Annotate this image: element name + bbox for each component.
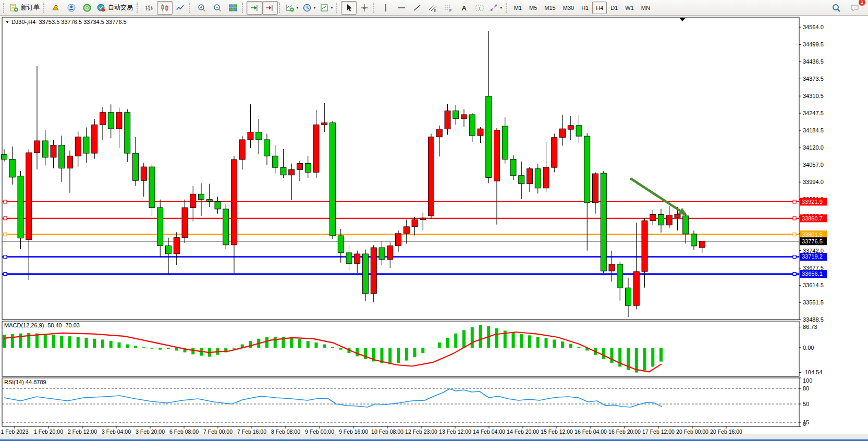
toolbar-grip [189, 3, 192, 13]
periods-button[interactable]: ▼ [301, 1, 318, 15]
candle [502, 126, 508, 160]
price-axis-label: 34436.5 [803, 58, 824, 65]
news-button[interactable] [79, 1, 95, 15]
macd-panel[interactable] [2, 321, 799, 376]
macd-histogram-bar [11, 334, 14, 348]
macd-histogram-bar [413, 348, 417, 357]
level-anchor-handle[interactable] [4, 200, 7, 203]
timeframe-h1-button[interactable]: H1 [578, 2, 592, 14]
template-icon [320, 3, 329, 13]
candle [552, 138, 557, 167]
chart-shift-button[interactable] [262, 1, 278, 15]
shapes-button[interactable]: ▼ [487, 1, 505, 15]
tile-windows-button[interactable] [225, 1, 241, 15]
cursor-button[interactable] [341, 1, 357, 15]
price-axis-badge-label: 33656.1 [802, 271, 823, 277]
level-anchor-handle[interactable] [793, 217, 796, 220]
new-order-button[interactable]: 新订单 [8, 1, 42, 15]
timeframe-w1-button[interactable]: W1 [621, 2, 638, 14]
timeframe-m5-button[interactable]: M5 [525, 2, 541, 14]
candle [510, 160, 516, 176]
indicators-button[interactable]: ▼ [284, 1, 301, 15]
time-axis-label: 12 Feb 23:00 [405, 428, 437, 435]
templates-button[interactable]: ▼ [318, 1, 335, 15]
macd-histogram-bar [479, 325, 482, 348]
new-order-button-label: 新订单 [20, 3, 41, 12]
level-anchor-handle[interactable] [793, 233, 796, 236]
news-globe-icon [82, 3, 92, 13]
text-button[interactable]: A [456, 1, 472, 15]
crosshair-button[interactable] [357, 1, 372, 15]
candle [666, 215, 672, 225]
fibonacci-button[interactable]: F [441, 1, 456, 15]
candle [420, 218, 426, 219]
gold-bars-icon [51, 3, 60, 13]
candle [149, 167, 155, 207]
macd-histogram-bar [109, 341, 113, 348]
autotrade-button-label: 自动交易 [107, 3, 134, 12]
line-chart-button[interactable] [173, 1, 188, 15]
price-axis-label: 33994.0 [803, 179, 824, 185]
timeframe-h4-button[interactable]: H4 [592, 2, 607, 14]
macd-histogram-bar [643, 348, 646, 371]
timeframe-m30-button[interactable]: M30 [559, 2, 578, 14]
svg-text:T: T [478, 5, 481, 10]
macd-histogram-bar [35, 334, 39, 348]
channel-button[interactable]: E [425, 1, 441, 15]
macd-histogram-bar [60, 336, 63, 348]
level-anchor-handle[interactable] [4, 255, 7, 259]
price-axis-label: 34310.5 [803, 93, 824, 99]
timeframe-m15-button[interactable]: M15 [541, 2, 559, 14]
toolbar-grip [336, 3, 339, 13]
rsi-axis-label: 50 [803, 401, 809, 407]
candle [26, 153, 32, 240]
level-anchor-handle[interactable] [4, 273, 7, 276]
timeframe-d1-button[interactable]: D1 [607, 2, 621, 14]
candle [157, 207, 163, 246]
macd-histogram-bar [610, 348, 614, 363]
chevron-down-icon: ▼ [5, 20, 9, 24]
vertical-line-button[interactable] [378, 1, 394, 15]
trendline-button[interactable] [409, 1, 425, 15]
time-axis-label: 16 Feb 20:00 [608, 428, 641, 435]
macd-histogram-bar [77, 337, 80, 348]
label-button[interactable]: T [472, 1, 487, 15]
candle [617, 264, 623, 288]
search-button[interactable] [828, 1, 844, 15]
candle [272, 156, 278, 167]
horizontal-line-button[interactable] [394, 1, 409, 15]
community-button[interactable] [64, 1, 79, 15]
macd-axis-label: 0.00 [803, 345, 814, 351]
candle [2, 155, 7, 160]
candle [560, 129, 566, 138]
chart-title[interactable]: ▼ DJ30-,H4 33753.5 33776.5 33734.5 33776… [5, 19, 127, 25]
rsi-panel[interactable] [2, 378, 799, 426]
zoom-in-button[interactable] [194, 1, 210, 15]
candlestick-button[interactable] [157, 1, 173, 15]
level-anchor-handle[interactable] [793, 273, 796, 276]
level-anchor-handle[interactable] [4, 233, 7, 236]
price-axis-badge-label: 33719.2 [802, 253, 823, 260]
candle [100, 113, 106, 125]
svg-text:E: E [434, 9, 436, 13]
candle [9, 160, 15, 177]
level-anchor-handle[interactable] [793, 200, 796, 203]
macd-histogram-bar [167, 348, 170, 349]
auto-scroll-button[interactable] [247, 1, 262, 15]
dropdown-arrow-icon: ▼ [330, 6, 334, 9]
level-anchor-handle[interactable] [4, 217, 7, 220]
autotrade-button[interactable]: 自动交易 [95, 1, 136, 15]
level-anchor-handle[interactable] [793, 255, 796, 259]
candle [387, 246, 393, 259]
timeframe-mn-button[interactable]: MN [638, 2, 654, 14]
trendline-icon [412, 3, 422, 13]
candle [297, 163, 303, 169]
notifications-button[interactable]: 1 [847, 1, 863, 15]
zoom-out-button[interactable] [210, 1, 225, 15]
bar-chart-button[interactable] [141, 1, 157, 15]
macd-histogram-bar [175, 348, 178, 350]
macd-histogram-bar [101, 340, 104, 348]
market-watch-button[interactable] [48, 1, 64, 15]
timeframe-m1-button[interactable]: M1 [510, 2, 525, 14]
candle [609, 264, 615, 271]
